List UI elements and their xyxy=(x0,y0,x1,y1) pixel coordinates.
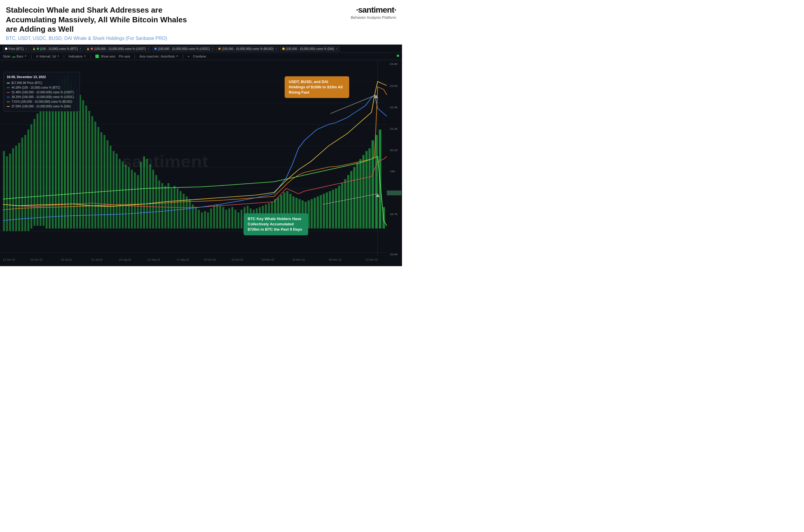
svg-rect-112 xyxy=(314,197,316,228)
style-selector[interactable]: Style: ▬ Bars ▼ xyxy=(3,55,27,58)
green-annotation-text: BTC Key Whale Holders Have Collectively … xyxy=(248,216,302,231)
svg-rect-80 xyxy=(216,204,218,228)
svg-rect-131 xyxy=(371,140,374,228)
metric-tag-dai-100k-10m[interactable]: [100,000 - 10,000,000) coins % (DAI)× xyxy=(280,46,340,51)
svg-text:16.7K: 16.7K xyxy=(390,212,398,215)
metric-label: Price (BTC) xyxy=(8,47,24,51)
pin-axis-toggle[interactable]: Pin axis xyxy=(119,55,130,58)
svg-text:29 Jun 22: 29 Jun 22 xyxy=(31,258,42,261)
style-dropdown-icon[interactable]: ▼ xyxy=(24,55,27,58)
svg-rect-35 xyxy=(79,95,81,228)
svg-rect-60 xyxy=(155,175,157,228)
svg-rect-85 xyxy=(231,207,233,228)
plus-icon: + xyxy=(188,55,190,58)
svg-rect-123 xyxy=(347,175,349,228)
combine-button[interactable]: Combine xyxy=(193,55,206,58)
indicators-label: Indicators xyxy=(69,55,83,58)
svg-rect-70 xyxy=(186,196,188,228)
svg-rect-76 xyxy=(204,211,206,228)
svg-rect-55 xyxy=(140,162,142,229)
toolbar[interactable]: Style: ▬ Bars ▼ | ⊞ Interval: 1d ▼ | Ind… xyxy=(0,53,402,60)
tooltip-row: 7.01% [100,000 - 10,000,000) coins % (BU… xyxy=(7,99,77,104)
svg-rect-14 xyxy=(15,146,17,231)
svg-rect-41 xyxy=(97,127,99,228)
svg-rect-15 xyxy=(18,143,20,231)
svg-rect-58 xyxy=(149,164,151,229)
svg-text:19 Oct 22: 19 Oct 22 xyxy=(231,258,244,261)
tooltip-color-indicator xyxy=(7,83,10,83)
metric-tag-busd-100k-10m[interactable]: [100,000 - 10,000,000) coins % (BUSD)× xyxy=(216,46,279,51)
svg-rect-121 xyxy=(341,183,343,228)
tooltip-row-label: 37.59% [100,000 - 10,000,000) coins % (D… xyxy=(12,104,71,109)
tooltip-row-label: 31.48% [100,000 - 10,000,000) coins % (U… xyxy=(12,90,74,95)
svg-rect-125 xyxy=(353,167,355,228)
indicators-dropdown-icon[interactable]: ▼ xyxy=(84,55,86,58)
svg-rect-47 xyxy=(116,153,117,228)
svg-rect-73 xyxy=(195,207,197,228)
interval-value: 1d xyxy=(52,55,56,58)
metric-color-indicator xyxy=(91,48,93,50)
svg-rect-124 xyxy=(350,171,352,228)
svg-rect-144 xyxy=(387,190,401,195)
svg-rect-39 xyxy=(91,116,93,228)
svg-rect-40 xyxy=(95,121,96,228)
metric-close-button[interactable]: × xyxy=(275,47,277,50)
divider5: | xyxy=(183,54,184,59)
svg-text:23.5K: 23.5K xyxy=(390,84,398,87)
svg-text:20 Nov 22: 20 Nov 22 xyxy=(292,258,305,261)
svg-rect-130 xyxy=(368,148,370,228)
svg-rect-65 xyxy=(171,188,172,229)
metric-close-button[interactable]: × xyxy=(336,47,338,50)
metric-tag-price-btc[interactable]: Price (BTC)× xyxy=(3,46,29,51)
header-left: Stablecoin Whale and Shark Addresses are… xyxy=(6,5,345,41)
metric-close-button[interactable]: × xyxy=(212,47,213,50)
svg-text:16 Aug 22: 16 Aug 22 xyxy=(119,258,131,261)
show-axis-toggle[interactable]: Show axis xyxy=(95,55,115,58)
svg-text:03 Oct 22: 03 Oct 22 xyxy=(204,258,216,261)
svg-rect-132 xyxy=(375,135,378,228)
svg-rect-127 xyxy=(360,159,362,228)
metric-close-button[interactable]: × xyxy=(80,47,81,50)
show-axis-label: Show axis xyxy=(101,55,115,58)
interval-selector[interactable]: ⊞ Interval: 1d ▼ xyxy=(36,55,59,58)
svg-rect-82 xyxy=(223,207,224,228)
svg-rect-21 xyxy=(37,114,38,226)
metric-close-button[interactable]: × xyxy=(25,47,27,50)
tooltip-row-label: 7.01% [100,000 - 10,000,000) coins % (BU… xyxy=(12,99,72,104)
metric-close-button[interactable]: × xyxy=(148,47,149,50)
metric-tag-usdt-100k-10m[interactable]: 🔒[100,000 - 10,000,000) coins % (USDT)× xyxy=(84,46,151,51)
svg-rect-38 xyxy=(88,111,90,229)
tooltip-color-indicator xyxy=(7,106,10,107)
metric-color-indicator xyxy=(37,48,39,50)
axis-maxmin-dropdown-icon[interactable]: ▼ xyxy=(176,55,178,58)
svg-rect-129 xyxy=(365,151,367,228)
metric-tag-usdc-100k-10m[interactable]: [100,000 - 10,000,000) coins % (USDC)× xyxy=(152,46,215,51)
svg-rect-77 xyxy=(207,212,209,229)
svg-rect-66 xyxy=(174,186,175,228)
pin-axis-label: Pin axis xyxy=(119,55,130,58)
svg-text:04 Nov 22: 04 Nov 22 xyxy=(262,258,275,261)
divider3: | xyxy=(90,54,91,59)
tooltip-row: $17,840.96 Price (BTC) xyxy=(7,81,77,86)
tooltip-color-indicator xyxy=(7,97,10,97)
svg-rect-113 xyxy=(317,196,319,228)
axis-maxmin-selector[interactable]: Axis max/min: Auto/Auto ▼ xyxy=(139,55,178,58)
svg-rect-36 xyxy=(82,100,84,228)
svg-text:19K: 19K xyxy=(390,170,395,173)
interval-dropdown-icon[interactable]: ▼ xyxy=(57,55,59,58)
svg-rect-42 xyxy=(101,132,102,228)
svg-rect-115 xyxy=(323,194,325,228)
tooltip-row-label: 44.28% [100 - 10,000) coins % (BTC) xyxy=(12,86,60,90)
indicators-button[interactable]: Indicators ▼ xyxy=(69,55,86,58)
svg-rect-84 xyxy=(228,208,230,228)
svg-rect-114 xyxy=(320,195,322,228)
svg-rect-67 xyxy=(177,188,178,229)
svg-rect-79 xyxy=(213,206,215,228)
svg-rect-118 xyxy=(332,190,334,228)
tooltip-color-indicator xyxy=(7,101,10,102)
tooltip-row: 37.59% [100,000 - 10,000,000) coins % (D… xyxy=(7,104,77,109)
metric-color-indicator xyxy=(5,48,7,50)
metric-tag-btc-100-10000[interactable]: 🔒[100 - 10,000) coins % (BTC)× xyxy=(31,46,84,51)
svg-rect-61 xyxy=(158,180,160,228)
svg-rect-18 xyxy=(27,129,29,231)
